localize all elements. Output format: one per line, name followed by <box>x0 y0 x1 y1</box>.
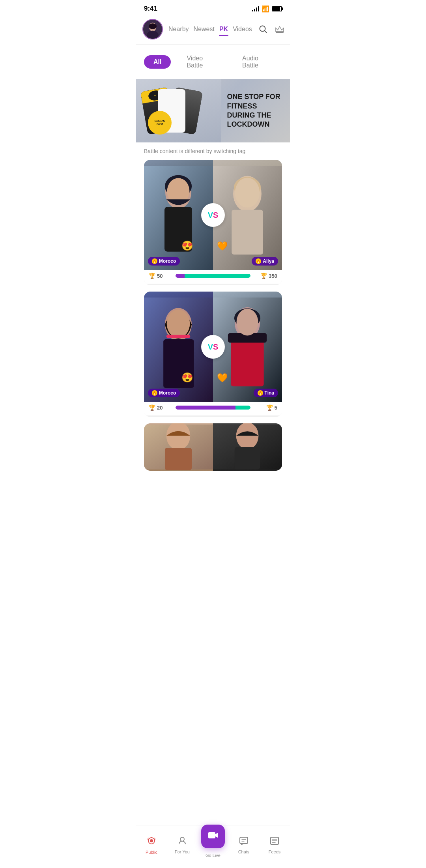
search-icon[interactable] <box>258 24 269 35</box>
vs-badge-2: VS <box>201 335 225 359</box>
user-dot-aliya: 🔥 <box>256 258 261 264</box>
battle-card-2[interactable]: 🔥 Moroco <box>144 292 282 417</box>
filter-tabs: All Video Battle Audio Battle <box>136 45 290 79</box>
battle-hint: Battle content is different by switching… <box>136 142 290 160</box>
status-time: 9:41 <box>144 5 157 13</box>
vs-badge-1: VS <box>201 203 225 227</box>
svg-rect-6 <box>276 32 284 33</box>
nav-tabs: Nearby Newest PK Videos <box>166 24 254 34</box>
emoji-heart-1: 🧡 <box>217 241 228 251</box>
partial-left-3 <box>144 423 213 471</box>
svg-rect-15 <box>232 210 263 255</box>
user-dot-tina: 🔥 <box>258 390 263 396</box>
wifi-icon: 📶 <box>262 5 269 13</box>
user-dot-1: 🔥 <box>152 258 157 264</box>
status-icons: 📶 <box>252 5 282 13</box>
score-row-2: 🏆 20 🏆 5 <box>144 402 282 415</box>
emoji-face-2: 😍 <box>181 372 193 383</box>
svg-point-20 <box>167 309 190 338</box>
user-badge-moroco-2: 🔥 Moroco <box>148 389 180 397</box>
score-left-2: 🏆 20 <box>149 404 172 411</box>
score-bar-2 <box>176 406 250 410</box>
tab-videos[interactable]: Videos <box>230 24 254 34</box>
header-nav: Nearby Newest PK Videos <box>136 16 290 44</box>
filter-audio-battle[interactable]: Audio Battle <box>233 52 282 72</box>
crown-icon[interactable] <box>274 24 285 35</box>
filter-all[interactable]: All <box>144 55 171 69</box>
svg-line-5 <box>264 31 267 33</box>
tab-pk[interactable]: PK <box>217 24 230 34</box>
partial-images-3 <box>144 423 282 471</box>
svg-point-27 <box>237 309 258 336</box>
score-row-1: 🏆 50 🏆 350 <box>144 270 282 284</box>
nav-action-icons <box>258 24 285 35</box>
partial-right-3 <box>213 423 282 471</box>
svg-rect-33 <box>235 447 260 470</box>
svg-point-2 <box>147 31 159 39</box>
svg-point-3 <box>149 23 157 29</box>
tab-newest[interactable]: Newest <box>191 24 217 34</box>
banner-text: ONE STOP FOR FITNESS DURING THE LOCKDOWN <box>221 92 290 129</box>
battle-images-1: 🔥 Moroco <box>144 160 282 270</box>
score-right-1: 🏆 350 <box>254 273 277 279</box>
user-badge-moroco-1: 🔥 Moroco <box>148 257 180 266</box>
battle-card-3-partial[interactable] <box>144 423 282 471</box>
score-left-1: 🏆 50 <box>149 273 172 279</box>
user-badge-aliya-1: 🔥 Aliya <box>252 257 278 266</box>
user-badge-tina-2: 🔥 Tina <box>254 389 278 397</box>
svg-rect-21 <box>166 335 191 338</box>
banner-phones: G GOLD'SGYM <box>136 79 221 142</box>
main-content: All Video Battle Audio Battle G <box>136 45 290 516</box>
svg-point-16 <box>235 178 260 208</box>
score-bar-left-fill-1 <box>176 274 185 278</box>
emoji-face-1: 😍 <box>181 240 193 251</box>
gym-logo: GOLD'SGYM <box>148 111 172 135</box>
score-bar-right-fill-2 <box>235 406 250 410</box>
score-bar-left-fill-2 <box>176 406 235 410</box>
filter-video-battle[interactable]: Video Battle <box>177 52 226 72</box>
status-bar: 9:41 📶 <box>136 0 290 16</box>
battle-card-1[interactable]: 🔥 Moroco <box>144 160 282 285</box>
battery-icon <box>272 6 282 11</box>
user-dot-moroco2: 🔥 <box>152 390 157 396</box>
emoji-heart-2: 🧡 <box>217 373 228 383</box>
promotional-banner[interactable]: G GOLD'SGYM ONE STOP FOR FITNESS DURING … <box>136 79 290 142</box>
tab-nearby[interactable]: Nearby <box>166 24 191 34</box>
signal-icon <box>252 6 259 11</box>
battle-images-2: 🔥 Moroco <box>144 292 282 402</box>
svg-rect-30 <box>165 448 192 470</box>
avatar[interactable] <box>142 19 163 39</box>
score-bar-1 <box>176 274 250 278</box>
svg-rect-25 <box>231 338 263 386</box>
score-bar-right-fill-1 <box>185 274 250 278</box>
avatar-image <box>143 20 162 39</box>
svg-point-32 <box>236 423 259 449</box>
score-right-2: 🏆 5 <box>254 404 277 411</box>
